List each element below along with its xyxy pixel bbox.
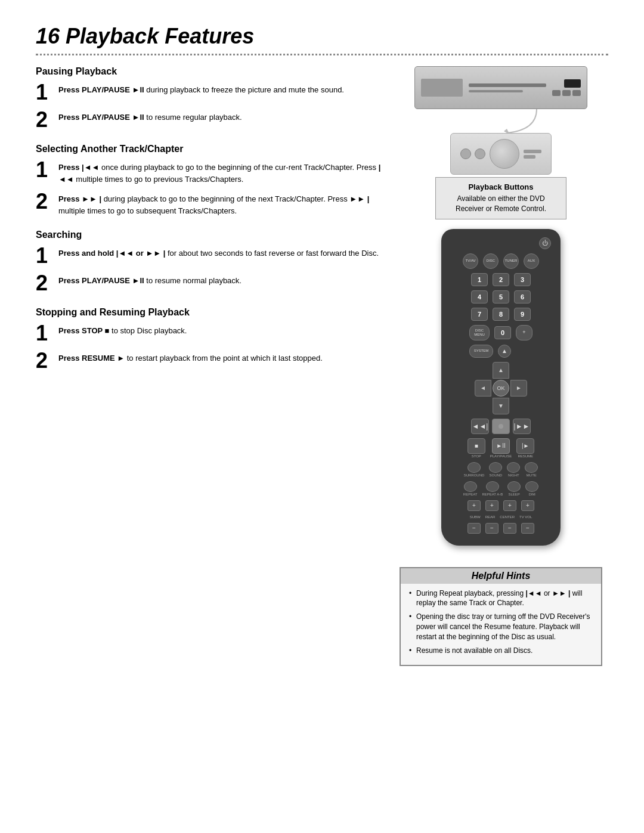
remote-num-2[interactable]: 2 bbox=[493, 273, 509, 286]
remote-misc-row: DISCMENU 0 + bbox=[469, 325, 532, 340]
remote-dpad-down[interactable]: ▼ bbox=[493, 398, 509, 414]
dpad-corner-tl bbox=[475, 362, 491, 379]
stop-label: STOP bbox=[472, 454, 481, 458]
remote-num-4[interactable]: 4 bbox=[471, 290, 488, 304]
remote-num-row-2: 4 5 6 bbox=[471, 290, 531, 304]
remote-dpad-up[interactable]: ▲ bbox=[493, 362, 509, 379]
center-minus-group: − bbox=[503, 523, 516, 534]
remote-sleep-btn[interactable] bbox=[507, 481, 521, 492]
dim-group: DIM bbox=[525, 481, 538, 496]
small-panel-btn-1 bbox=[460, 148, 471, 159]
remote-subw-plus-btn[interactable]: + bbox=[467, 500, 481, 511]
remote-power-btn[interactable]: ⏻ bbox=[539, 237, 551, 249]
repeat-label: REPEAT bbox=[463, 493, 478, 496]
remote-chan-labels-row: SUBW REAR CENTER TV VOL bbox=[470, 515, 532, 519]
night-group: NIGHT bbox=[507, 462, 520, 477]
remote-disc-btn[interactable]: DISC bbox=[483, 253, 499, 269]
remote-power-row: ⏻ bbox=[451, 237, 551, 249]
step-num-3: 1 bbox=[36, 159, 52, 181]
small-panel-btn-2 bbox=[475, 148, 485, 159]
section-selecting: Selecting Another Track/Chapter 1 Press … bbox=[36, 144, 382, 216]
right-column: Playback Buttons Available on either the… bbox=[400, 66, 602, 666]
remote-repeat-btn[interactable] bbox=[464, 481, 477, 492]
dvd-ctrl-buttons bbox=[552, 90, 581, 96]
repeat-group: REPEAT bbox=[463, 481, 478, 496]
section-stopping-title: Stopping and Resuming Playback bbox=[36, 307, 382, 318]
remote-center-area bbox=[492, 419, 510, 434]
remote-tuner-btn[interactable]: TUNER bbox=[503, 253, 519, 269]
remote-dim-btn[interactable] bbox=[525, 481, 538, 492]
tvvol-plus-group: + bbox=[521, 500, 534, 511]
remote-dpad-left[interactable]: ◄ bbox=[475, 380, 491, 397]
step-pausing-1-text: Press PLAY/PAUSE ►II during playback to … bbox=[58, 82, 344, 96]
remote-num-3[interactable]: 3 bbox=[514, 273, 531, 286]
dvd-receiver-illustration: Playback Buttons Available on either the… bbox=[414, 66, 587, 219]
playpause-group: ►II PLAY/PAUSE bbox=[490, 438, 512, 458]
remote-num-row-3: 7 8 9 bbox=[471, 308, 531, 321]
mute-group: MUTE bbox=[525, 462, 538, 477]
remote-up-btn[interactable]: ▲ bbox=[498, 345, 511, 358]
dpad-corner-br bbox=[510, 398, 527, 414]
resume-icon: |► bbox=[522, 443, 530, 449]
remote-night-btn[interactable] bbox=[507, 462, 520, 473]
remote-num-1[interactable]: 1 bbox=[471, 273, 488, 286]
small-remote-panel bbox=[450, 133, 552, 175]
step-stopping-2-text: Press RESUME ► to restart playback from … bbox=[58, 350, 323, 364]
remote-num-0[interactable]: 0 bbox=[494, 326, 511, 339]
remote-playpause-btn[interactable]: ►II bbox=[492, 438, 510, 454]
remote-stop-btn[interactable]: ■ bbox=[467, 438, 485, 454]
remote-next-btn[interactable]: |►► bbox=[513, 419, 531, 434]
step-pausing-2-text: Press PLAY/PAUSE ►II to resume regular p… bbox=[58, 109, 242, 123]
remote-vol-plus-btn[interactable]: + bbox=[516, 325, 532, 340]
hint-item-3: Resume is not available on all Discs. bbox=[409, 646, 593, 656]
remote-num-6[interactable]: 6 bbox=[514, 290, 531, 304]
remote-disc-menu-btn[interactable]: DISCMENU bbox=[469, 325, 490, 340]
remote-rear-minus-btn[interactable]: − bbox=[485, 523, 499, 534]
step-stopping-1: 1 Press STOP ■ to stop Disc playback. bbox=[36, 323, 382, 344]
remote-tvvol-minus-btn[interactable]: − bbox=[521, 523, 534, 534]
curve-connector bbox=[489, 106, 549, 136]
remote-ok-btn[interactable]: OK bbox=[493, 380, 509, 397]
instructions-column: Pausing Playback 1 Press PLAY/PAUSE ►II … bbox=[36, 66, 382, 666]
next-icon: |►► bbox=[514, 423, 530, 430]
small-panel-line-1 bbox=[524, 150, 541, 153]
remote-tvvol-plus-btn[interactable]: + bbox=[521, 500, 534, 511]
remote-aux-btn[interactable]: AUX bbox=[524, 253, 539, 269]
sound-label: SOUND bbox=[489, 473, 502, 477]
remote-mute-btn[interactable] bbox=[525, 462, 538, 473]
playback-box-title: Playback Buttons bbox=[443, 182, 559, 191]
playpause-icon: ►II bbox=[496, 443, 505, 449]
remote-num-9[interactable]: 9 bbox=[514, 308, 531, 321]
remote-repeat-ab-btn[interactable] bbox=[486, 481, 499, 492]
step-searching-1-text: Press and hold |◄◄ or ►► | for about two… bbox=[58, 245, 379, 259]
remote-resume-btn[interactable]: |► bbox=[516, 438, 534, 454]
dvd-display bbox=[564, 79, 581, 88]
page-title: 16 Playback Features bbox=[36, 24, 608, 49]
prev-icon: ◄◄| bbox=[472, 423, 488, 430]
remote-num-row-1: 1 2 3 bbox=[471, 273, 531, 286]
night-label: NIGHT bbox=[508, 473, 519, 477]
remote-dpad-right[interactable]: ► bbox=[510, 380, 527, 397]
remote-num-8[interactable]: 8 bbox=[493, 308, 509, 321]
remote-surround-btn[interactable] bbox=[467, 462, 481, 473]
section-stopping: Stopping and Resuming Playback 1 Press S… bbox=[36, 307, 382, 371]
surround-label: SURROUND bbox=[464, 473, 485, 477]
remote-subw-minus-btn[interactable]: − bbox=[467, 523, 481, 534]
remote-tv-av-btn[interactable]: TV/AV bbox=[463, 253, 478, 269]
remote-rear-plus-btn[interactable]: + bbox=[485, 500, 499, 511]
remote-system-btn[interactable]: SYSTEM bbox=[469, 345, 493, 358]
dvd-ctrl-btn-1 bbox=[552, 90, 561, 96]
step-stopping-1-text: Press STOP ■ to stop Disc playback. bbox=[58, 323, 187, 337]
hints-list: During Repeat playback, pressing |◄◄ or … bbox=[409, 589, 593, 656]
remote-center-plus-btn[interactable]: + bbox=[503, 500, 516, 511]
hint-item-1: During Repeat playback, pressing |◄◄ or … bbox=[409, 589, 593, 609]
remote-num-5[interactable]: 5 bbox=[493, 290, 509, 304]
remote-num-7[interactable]: 7 bbox=[471, 308, 488, 321]
remote-center-dot bbox=[499, 424, 503, 429]
center-label: CENTER bbox=[500, 515, 515, 519]
remote-sound-btn[interactable] bbox=[489, 462, 502, 473]
remote-center-minus-btn[interactable]: − bbox=[503, 523, 516, 534]
remote-control: ⏻ TV/AV DISC TUNER AUX 1 2 3 4 5 6 bbox=[441, 229, 561, 546]
remote-prev-btn[interactable]: ◄◄| bbox=[471, 419, 489, 434]
step-searching-1: 1 Press and hold |◄◄ or ►► | for about t… bbox=[36, 245, 382, 267]
